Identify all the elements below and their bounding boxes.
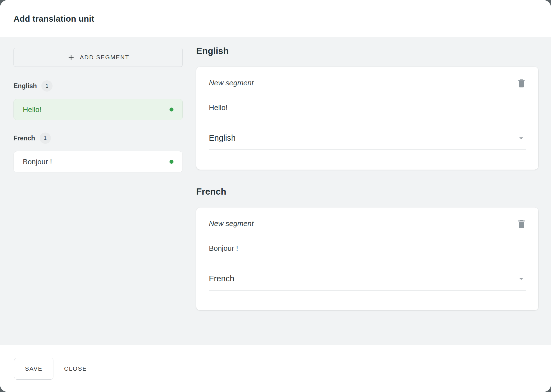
dialog-footer: SAVE CLOSE xyxy=(0,345,551,392)
language-select-value: English xyxy=(209,133,236,143)
language-group-header-english: English 1 xyxy=(13,80,183,92)
plus-icon xyxy=(67,53,75,61)
editor-heading-french: French xyxy=(196,186,538,197)
segment-count-badge: 1 xyxy=(41,80,53,92)
language-select-value: French xyxy=(209,274,234,283)
add-segment-label: ADD SEGMENT xyxy=(80,54,129,61)
status-dot-icon xyxy=(170,108,173,111)
segment-editors: English New segment Hello! English Frenc… xyxy=(196,37,538,345)
segment-count-badge: 1 xyxy=(40,133,51,144)
chevron-down-icon xyxy=(517,134,526,143)
editor-heading-english: English xyxy=(196,46,538,56)
segment-chip-english[interactable]: Hello! xyxy=(13,99,183,120)
language-label: English xyxy=(13,82,37,90)
dialog-title: Add translation unit xyxy=(13,14,94,24)
segment-text-input[interactable]: Hello! xyxy=(209,103,526,112)
new-segment-label: New segment xyxy=(209,79,254,87)
language-select-english[interactable]: English xyxy=(209,133,526,150)
language-group-header-french: French 1 xyxy=(13,133,183,144)
chevron-down-icon xyxy=(517,274,526,283)
dialog-header: Add translation unit xyxy=(0,0,551,37)
editor-card-french: New segment Bonjour ! French xyxy=(196,208,538,310)
add-translation-unit-dialog: Add translation unit ADD SEGMENT English… xyxy=(0,0,551,392)
save-button[interactable]: SAVE xyxy=(14,358,53,380)
segment-chip-text: Bonjour ! xyxy=(23,158,52,166)
segment-card-header: New segment xyxy=(209,79,526,89)
delete-segment-button[interactable] xyxy=(516,78,527,89)
segment-card-header: New segment xyxy=(209,219,526,229)
trash-icon xyxy=(516,219,527,229)
close-button[interactable]: CLOSE xyxy=(64,365,87,372)
segment-list-panel: ADD SEGMENT English 1 Hello! French 1 Bo… xyxy=(13,37,183,345)
status-dot-icon xyxy=(170,160,173,164)
language-label: French xyxy=(13,135,35,142)
segment-chip-french[interactable]: Bonjour ! xyxy=(13,151,183,172)
add-segment-button[interactable]: ADD SEGMENT xyxy=(13,48,183,67)
new-segment-label: New segment xyxy=(209,219,254,228)
segment-chip-text: Hello! xyxy=(23,105,41,114)
trash-icon xyxy=(516,78,527,89)
segment-text-input[interactable]: Bonjour ! xyxy=(209,244,526,253)
editor-card-english: New segment Hello! English xyxy=(196,67,538,170)
modal-backdrop: Add translation unit ADD SEGMENT English… xyxy=(0,0,551,392)
delete-segment-button[interactable] xyxy=(516,219,527,229)
dialog-body: ADD SEGMENT English 1 Hello! French 1 Bo… xyxy=(0,37,551,345)
language-select-french[interactable]: French xyxy=(209,274,526,291)
